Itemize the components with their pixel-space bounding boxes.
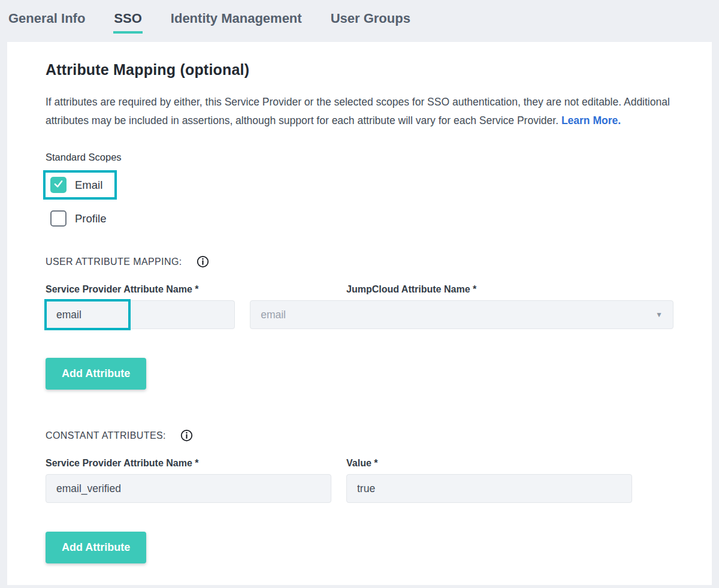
constant-sp-attribute-name-label: Service Provider Attribute Name *: [46, 458, 331, 469]
sp-attribute-name-input[interactable]: [46, 300, 235, 329]
constant-attributes-title: CONSTANT ATTRIBUTES:: [46, 430, 166, 441]
uam-row: email ▼: [46, 300, 673, 329]
scope-email-row: Email: [43, 170, 117, 200]
tab-bar: General Info SSO Identity Management Use…: [0, 0, 719, 42]
jumpcloud-attribute-select[interactable]: email ▼: [250, 300, 673, 329]
user-attribute-mapping-heading: USER ATTRIBUTE MAPPING:: [46, 255, 673, 268]
tab-identity-management[interactable]: Identity Management: [170, 10, 303, 31]
learn-more-link[interactable]: Learn More.: [561, 114, 621, 126]
section-description: If attributes are required by either, th…: [46, 93, 672, 130]
profile-checkbox[interactable]: [50, 210, 67, 227]
constant-attr-row: [46, 474, 673, 503]
standard-scopes-group: Email Profile: [46, 163, 673, 227]
constant-attributes-heading: CONSTANT ATTRIBUTES:: [46, 429, 673, 442]
tab-user-groups[interactable]: User Groups: [330, 10, 411, 31]
scope-profile-row: Profile: [46, 210, 106, 227]
info-icon[interactable]: [180, 429, 193, 442]
constant-sp-attribute-input-wrap: [46, 474, 331, 503]
scope-profile-label: Profile: [75, 212, 106, 225]
constant-attr-column-labels: Service Provider Attribute Name * Value …: [46, 458, 673, 469]
sp-attribute-input-wrap: [46, 300, 235, 329]
page-title: Attribute Mapping (optional): [46, 61, 673, 79]
email-checkbox[interactable]: [50, 177, 67, 193]
jumpcloud-attribute-name-label: JumpCloud Attribute Name *: [346, 284, 632, 295]
scope-email-label: Email: [75, 179, 102, 192]
info-icon[interactable]: [197, 255, 209, 268]
add-user-attribute-button[interactable]: Add Attribute: [46, 358, 146, 390]
chevron-down-icon: ▼: [655, 311, 663, 318]
checkmark-icon: [53, 179, 64, 191]
constant-value-input-wrap: [346, 474, 632, 503]
sp-attribute-name-label: Service Provider Attribute Name *: [46, 284, 331, 295]
constant-value-label: Value *: [346, 458, 632, 469]
content-panel: Attribute Mapping (optional) If attribut…: [7, 42, 712, 585]
uam-column-labels: Service Provider Attribute Name * JumpCl…: [46, 284, 673, 295]
add-constant-attribute-button[interactable]: Add Attribute: [46, 532, 146, 563]
tab-sso[interactable]: SSO: [113, 10, 142, 34]
constant-value-input[interactable]: [346, 474, 632, 503]
standard-scopes-label: Standard Scopes: [46, 152, 673, 163]
jumpcloud-attribute-selected-value: email: [261, 309, 286, 321]
sso-configuration-screen: General Info SSO Identity Management Use…: [0, 0, 719, 588]
user-attribute-mapping-title: USER ATTRIBUTE MAPPING:: [46, 257, 182, 267]
constant-sp-attribute-name-input[interactable]: [46, 474, 331, 503]
tab-general-info[interactable]: General Info: [8, 10, 86, 31]
